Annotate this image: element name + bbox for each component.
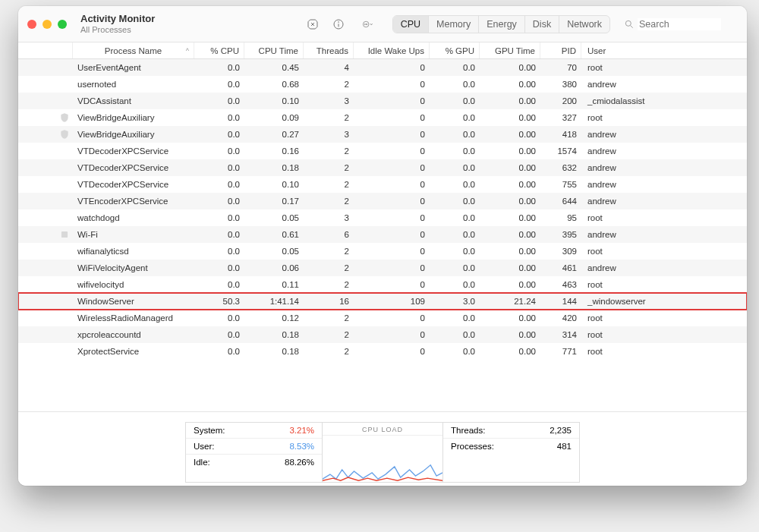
process-row[interactable]: xpcroleaccountd0.00.18200.00.00314root [18,326,747,343]
process-name-cell: WindowServer [73,297,194,306]
process-row[interactable]: XprotectService0.00.18200.00.00771root [18,343,747,360]
gpu-cell: 0.0 [430,280,480,289]
gputime-cell: 0.00 [480,330,540,339]
idlewake-cell: 109 [354,297,430,306]
gputime-cell: 0.00 [480,180,540,189]
gputime-cell: 0.00 [480,247,540,256]
search-input[interactable] [638,18,721,30]
gpu-cell: 0.0 [430,263,480,272]
user-cell: root [581,347,747,356]
cpu-cell: 0.0 [194,230,244,239]
ellipsis-chevron-icon [362,18,374,30]
user-cell: andrew [581,197,747,206]
svg-point-8 [365,24,366,24]
tab-network[interactable]: Network [559,16,609,33]
idlewake-cell: 0 [354,146,430,156]
threads-cell: 2 [304,247,354,256]
cputime-cell: 0.16 [244,146,304,156]
gpu-cell: 0.0 [430,347,480,356]
cputime-cell: 0.68 [244,80,304,89]
close-window-button[interactable] [27,20,36,29]
user-cell: root [581,213,747,222]
column-header-user[interactable]: User [581,42,747,58]
pid-cell: 463 [540,280,581,289]
search-field[interactable] [624,18,738,30]
tab-disk[interactable]: Disk [525,16,559,33]
process-row[interactable]: UserEventAgent0.00.45400.00.0070root [18,59,747,76]
column-header-idlewake[interactable]: Idle Wake Ups [354,42,430,58]
process-row[interactable]: usernoted0.00.68200.00.00380andrew [18,76,747,93]
column-header-pid[interactable]: PID [540,42,581,58]
user-cell: _windowserver [581,297,747,306]
process-name-cell: usernoted [73,80,194,89]
gputime-cell: 0.00 [480,280,540,289]
options-menu-button[interactable] [354,16,382,33]
process-row[interactable]: WindowServer50.31:41.14161093.021.24144_… [18,293,747,310]
gpu-cell: 0.0 [430,113,480,122]
idlewake-cell: 0 [354,247,430,256]
gputime-cell: 0.00 [480,63,540,72]
process-row[interactable]: VTEncoderXPCService0.00.17200.00.00644an… [18,193,747,209]
gputime-cell: 0.00 [480,263,540,272]
column-header-icon[interactable] [18,42,73,58]
process-row[interactable]: ViewBridgeAuxiliary0.00.09200.00.00327ro… [18,109,747,126]
gputime-cell: 0.00 [480,113,540,122]
gputime-cell: 0.00 [480,163,540,172]
gpu-cell: 0.0 [430,313,480,323]
column-header-gputime[interactable]: GPU Time [480,42,540,58]
column-header-cpu[interactable]: % CPU [194,42,244,58]
column-header-gpu[interactable]: % GPU [430,42,480,58]
process-row[interactable]: VTDecoderXPCService0.00.18200.00.00632an… [18,159,747,176]
window-title-block: Activity Monitor All Processes [80,14,155,33]
cpu-load-chart [323,436,442,482]
gputime-cell: 0.00 [480,80,540,89]
gpu-cell: 0.0 [430,63,480,72]
threads-cell: 2 [304,180,354,189]
cpu-cell: 0.0 [194,247,244,256]
pid-cell: 144 [540,297,581,306]
column-header-name[interactable]: Process Name ^ [73,42,194,58]
gpu-cell: 0.0 [430,213,480,222]
inspect-process-button[interactable] [329,16,348,33]
stop-process-button[interactable] [303,16,323,33]
gputime-cell: 0.00 [480,347,540,356]
pid-cell: 200 [540,96,581,105]
idlewake-cell: 0 [354,96,430,105]
fullscreen-window-button[interactable] [58,20,67,29]
process-row[interactable]: wifianalyticsd0.00.05200.00.00309root [18,243,747,260]
cputime-cell: 1:41.14 [244,297,304,306]
user-cell: andrew [581,146,747,156]
process-row[interactable]: VDCAssistant0.00.10300.00.00200_cmiodala… [18,93,747,109]
cputime-cell: 0.05 [244,247,304,256]
column-header-threads[interactable]: Threads [304,42,354,58]
idlewake-cell: 0 [354,163,430,172]
process-row[interactable]: VTDecoderXPCService0.00.10200.00.00755an… [18,176,747,193]
pid-cell: 771 [540,347,581,356]
tab-memory[interactable]: Memory [429,16,479,33]
tab-cpu[interactable]: CPU [393,16,429,33]
user-cell: root [581,313,747,323]
column-header-cputime[interactable]: CPU Time [244,42,304,58]
user-value: 8.53% [289,442,314,451]
process-row[interactable]: VTDecoderXPCService0.00.16200.00.001574a… [18,143,747,159]
cpu-cell: 0.0 [194,180,244,189]
cputime-cell: 0.10 [244,180,304,189]
idle-value: 88.26% [285,458,314,467]
octagon-x-icon [307,18,319,30]
cputime-cell: 0.45 [244,63,304,72]
pid-cell: 380 [540,80,581,89]
process-row[interactable]: wifivelocityd0.00.11200.00.00463root [18,276,747,293]
pid-cell: 309 [540,247,581,256]
cpu-cell: 0.0 [194,280,244,289]
process-row[interactable]: Wi-Fi0.00.61600.00.00395andrew [18,226,747,243]
process-row[interactable]: watchdogd0.00.05300.00.0095root [18,209,747,226]
threads-cell: 3 [304,213,354,222]
pid-cell: 95 [540,213,581,222]
cpu-cell: 0.0 [194,80,244,89]
idlewake-cell: 0 [354,180,430,189]
process-row[interactable]: WiFiVelocityAgent0.00.06200.00.00461andr… [18,260,747,276]
process-row[interactable]: ViewBridgeAuxiliary0.00.27300.00.00418an… [18,126,747,143]
tab-energy[interactable]: Energy [479,16,525,33]
process-row[interactable]: WirelessRadioManagerd0.00.12200.00.00420… [18,310,747,326]
minimize-window-button[interactable] [43,20,52,29]
